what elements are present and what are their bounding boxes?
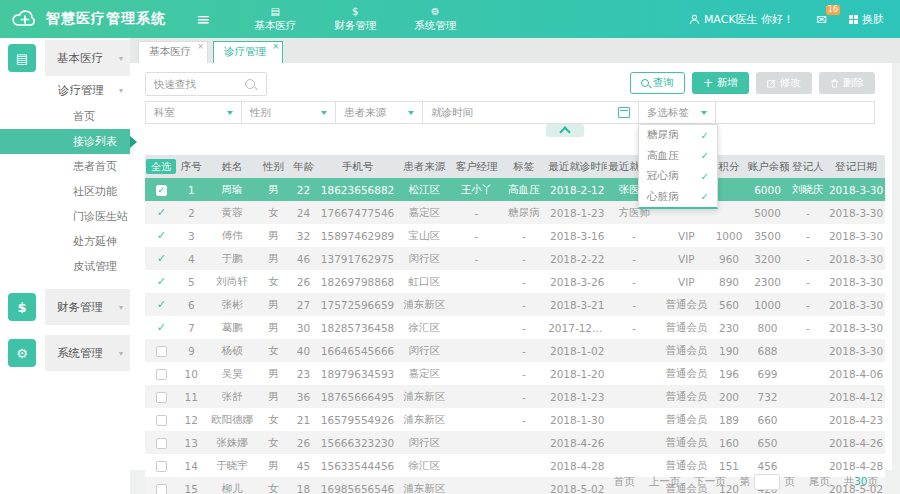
page-first-link[interactable]: 首页 [614,475,635,489]
table-cell: 18765666495 [319,385,396,408]
table-row[interactable]: 13张姝娜女2615666323230闵行区2018-4-26普通会员16065… [145,431,885,454]
top-nav-system[interactable]: ⚙系统管理 [414,6,456,32]
table-row[interactable]: 12欧阳德娜女2116579554926浦东新区-2018-1-30普通会员18… [145,408,885,431]
page-number-input[interactable] [754,474,780,490]
table-row[interactable]: ✓6张彬男2717572596659浦东新区-2018-3-21-普通会员560… [145,293,885,316]
sidebar-item-skin-test[interactable]: 皮试管理 [0,254,130,279]
quick-search-input[interactable] [146,77,245,91]
sidebar-item-reception-list[interactable]: 接诊列表 [0,129,130,154]
table-row[interactable]: ✓4于鹏男4613791762975闵行区--2018-2-22-VIP9603… [145,247,885,270]
search-icon [245,79,255,89]
table-cell [607,362,661,385]
tab-treatment-mgmt[interactable]: 诊疗管理 × [213,41,283,63]
table-cell: 26 [288,431,319,454]
add-button[interactable]: + 新增 [692,72,749,94]
sidebar: ▤ 基本医疗▾ 诊疗管理▾ 首页接诊列表患者首页社区功能门诊医生站处方延伸皮试管… [0,38,131,494]
messages-button[interactable]: ✉ 16 [816,12,827,27]
query-button[interactable]: 查询 [630,72,685,94]
tag-option-coronary-disease[interactable]: 冠心病✓ [639,166,717,187]
table-cell: - [607,247,661,270]
table-cell: 699 [746,362,788,385]
row-checkbox[interactable] [156,392,167,403]
table-cell: 3200 [746,247,788,270]
column-header: 年龄 [288,155,319,178]
table-cell: 浦东新区 [396,385,452,408]
sidebar-group-finance[interactable]: $ 财务管理▾ [0,289,130,325]
change-skin-button[interactable]: 换肤 [849,12,884,27]
table-row[interactable]: ✓5刘尚轩女2618269798868虹口区-2018-3-26-VIP8902… [145,270,885,293]
sidebar-group-system[interactable]: ⚙ 系统管理▾ [0,335,130,371]
row-checkbox[interactable] [156,438,167,449]
table-cell: 10 [178,362,205,385]
table-cell: 18623656882 [319,178,396,201]
table-cell [789,339,828,362]
top-nav-finance[interactable]: $财务管理 [334,6,376,32]
row-checkbox[interactable]: ✓ [157,252,166,265]
tag-option-hypertension[interactable]: 高血压✓ [639,146,717,167]
row-checkbox[interactable]: ✓ [157,298,166,311]
table-cell: 2018-3-16 [547,224,607,247]
table-cell [452,431,500,454]
table-cell: 普通会员 [661,362,711,385]
table-cell: 21 [288,408,319,431]
filter-gender-select[interactable]: 性别 [241,101,336,124]
close-icon[interactable]: × [197,42,204,51]
table-row[interactable]: ✓2黄蓉女2417667477546嘉定区-糖尿病2018-1-23方医师500… [145,201,885,224]
filter-department-select[interactable]: 科室 [145,101,242,124]
select-all-button[interactable]: 全选 [146,159,176,174]
tag-option-diabetes[interactable]: 糖尿病✓ [639,125,717,146]
filter-patient-source-select[interactable]: 患者来源 [335,101,423,124]
hamburger-menu-icon[interactable]: ≡ [196,11,210,28]
table-cell: - [452,247,500,270]
filter-visit-time-datepicker[interactable]: 就诊时间 [422,101,639,124]
row-checkbox[interactable]: ✓ [156,185,167,196]
row-checkbox[interactable] [156,346,167,357]
row-checkbox[interactable]: ✓ [157,321,166,334]
table-cell: - [789,247,828,270]
table-cell: 刘晓庆 [789,178,828,201]
sidebar-item-home[interactable]: 首页 [0,104,130,129]
table-cell: - [501,293,548,316]
table-row[interactable]: 9杨硕女4016646545666闵行区-2018-1-02普通会员190688… [145,339,885,362]
table-row[interactable]: 11张舒男3618765666495浦东新区-2018-1-23普通会员2007… [145,385,885,408]
collapse-filters-button[interactable] [546,124,584,137]
tab-basic-medical[interactable]: 基本医疗 × [138,41,208,63]
page-next-link[interactable]: 下一页 [694,475,726,489]
row-checkbox[interactable]: ✓ [157,206,166,219]
sidebar-item-outpatient-station[interactable]: 门诊医生站 [0,204,130,229]
row-checkbox[interactable] [156,415,167,426]
edit-button[interactable]: 修改 [756,72,812,94]
page-prev-link[interactable]: 上一页 [649,475,681,489]
user-greeting[interactable]: MACK医生 你好！ [689,12,794,27]
table-row[interactable]: ✓3傅伟男3215897462989宝山区--2018-3-16-VIP1000… [145,224,885,247]
table-cell [501,431,548,454]
delete-button[interactable]: 删除 [819,72,875,94]
sidebar-submenu-treatment-mgmt[interactable]: 诊疗管理▾ [0,76,130,104]
filter-multi-tag-select[interactable]: 多选标签 [638,101,716,124]
tag-option-heart-disease[interactable]: 心脏病✓ [639,187,717,208]
close-icon[interactable]: × [272,42,279,51]
table-row[interactable]: 10吴昊男2318979634593嘉定区-2018-1-20普通会员19669… [145,362,885,385]
table-cell: 23 [288,362,319,385]
table-row[interactable]: ✓7葛鹏男3018285736458徐汇区-2017-12-19-普通会员230… [145,316,885,339]
sidebar-item-prescription-extension[interactable]: 处方延伸 [0,229,130,254]
table-row[interactable]: ✓1周瑜男2218623656882松江区王小丫高血压2018-2-12张医师6… [145,178,885,201]
table-cell: 40 [288,339,319,362]
row-checkbox[interactable]: ✓ [157,275,166,288]
table-cell: 200 [712,385,747,408]
table-cell [452,408,500,431]
table-cell [607,385,661,408]
row-checkbox[interactable]: ✓ [157,229,166,242]
top-nav-basic-medical[interactable]: ▤基本医疗 [254,6,296,32]
filter-empty-input[interactable] [715,101,875,124]
page-last-link[interactable]: 尾页 [809,475,830,489]
table-cell: 16646545666 [319,339,396,362]
table-cell: - [501,270,548,293]
sidebar-item-patient-home[interactable]: 患者首页 [0,154,130,179]
row-checkbox[interactable] [156,369,167,380]
sidebar-item-community[interactable]: 社区功能 [0,179,130,204]
sidebar-group-basic-medical[interactable]: ▤ 基本医疗▾ [0,40,130,76]
table-cell: 松江区 [396,178,452,201]
calendar-icon [618,107,630,118]
table-cell: 6000 [746,178,788,201]
